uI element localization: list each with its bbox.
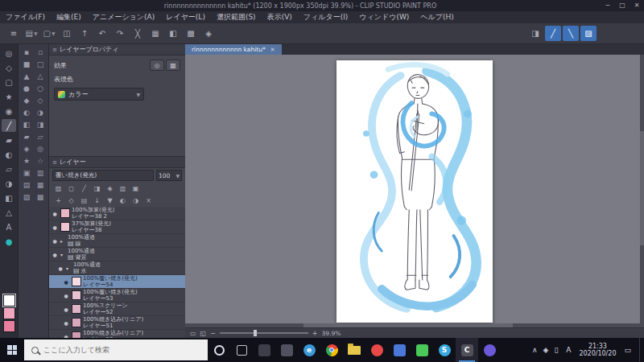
close-button[interactable]: ✕ [630, 0, 644, 11]
subtool-icon[interactable]: ◐ [20, 107, 33, 118]
airbrush-tool-icon[interactable]: ◐ [2, 148, 16, 161]
zoom-in-button[interactable]: + [312, 330, 318, 337]
layer-row[interactable]: ●100%焼き込み(リニア)レイヤー51 [49, 316, 185, 330]
tone-effect-icon[interactable]: ▩ [166, 60, 180, 71]
selection-tool-icon[interactable]: ▢ [2, 76, 16, 88]
sub-color-swatch-2[interactable] [3, 320, 15, 332]
subtool-icon[interactable]: ■ [20, 59, 33, 70]
subtool-icon[interactable]: ▫ [34, 47, 47, 58]
merge-with-lower-layer-icon[interactable]: ▼ [104, 195, 116, 206]
layer-color-icon[interactable]: ▣ [130, 183, 142, 194]
canvas[interactable] [336, 60, 493, 323]
photos-button[interactable] [388, 338, 411, 362]
new-canvas-icon[interactable]: ▢▼ [41, 26, 57, 41]
clip-to-layer-below-icon[interactable]: ◨ [91, 183, 103, 194]
eyedropper-tool-icon[interactable]: ◉ [2, 105, 16, 117]
hidden-icons-chevron[interactable]: ∧ [532, 346, 538, 354]
balloon-tool-icon[interactable]: ● [2, 235, 16, 248]
clip-studio-paint-button[interactable]: C [456, 338, 478, 362]
layer-row[interactable]: ●37%加算(発光)レイヤー38 [49, 220, 185, 234]
main-menu-icon[interactable]: ≡ [6, 26, 22, 41]
layer-visibility-toggle[interactable]: ● [62, 334, 70, 339]
subtool-icon[interactable]: ◈ [20, 143, 33, 154]
menu-item[interactable]: 編集(E) [51, 11, 87, 23]
minimize-button[interactable]: ─ [601, 0, 615, 11]
layer-visibility-toggle[interactable]: ● [51, 211, 59, 216]
workspace-icon[interactable]: ▤▼ [23, 26, 39, 41]
layer-opacity-field[interactable]: 100 ▼ [156, 170, 182, 181]
subtool-icon[interactable]: ▥ [34, 167, 47, 179]
mail-button[interactable] [253, 338, 275, 362]
subtool-icon[interactable]: ◑ [34, 107, 47, 118]
layer-row[interactable]: ●100%焼き込み(リニア)レイヤー50 [49, 330, 185, 338]
zoom-slider-thumb[interactable] [254, 330, 257, 336]
delete-layer-icon[interactable]: × [142, 195, 155, 206]
subtool-icon[interactable]: ▦ [34, 179, 47, 191]
transfer-to-lower-layer-icon[interactable]: ↓ [91, 195, 103, 206]
skype-button[interactable]: S [433, 338, 456, 362]
file-explorer-button[interactable] [343, 338, 365, 362]
document-tab[interactable]: rinnnnnnnnnnnn kahitu* ✕ [185, 44, 282, 55]
edge-button[interactable]: e [298, 338, 320, 362]
app-grid-button[interactable] [275, 338, 298, 362]
show-desktop-button[interactable] [639, 338, 642, 362]
layer-row[interactable]: ●▸100%通過▤線 [49, 234, 185, 248]
tone-icon[interactable]: ▩ [183, 26, 199, 41]
layer-row[interactable]: ●100%覆い焼き(発光)レイヤー53 [49, 289, 185, 302]
layer-row[interactable]: ●▾100%通過▤水 [49, 261, 185, 275]
ime-indicator[interactable]: A [564, 346, 573, 354]
action-center-icon[interactable]: ▭ [621, 346, 634, 354]
expression-color-dropdown[interactable]: カラー ▼ [54, 88, 144, 101]
firefox-button[interactable] [478, 338, 501, 362]
menu-item[interactable]: ファイル(F) [0, 11, 51, 23]
layer-visibility-toggle[interactable]: ● [51, 252, 59, 257]
auto-select-tool-icon[interactable]: ★ [2, 90, 16, 103]
subtool-icon[interactable]: □ [34, 59, 47, 70]
chrome-button[interactable] [320, 338, 343, 362]
subtool-icon[interactable]: ◇ [34, 95, 47, 106]
subtool-icon[interactable]: ★ [20, 155, 33, 167]
folder-expand-arrow[interactable]: ▸ [60, 238, 66, 244]
sub-color-swatch[interactable] [3, 307, 15, 319]
lock-transparent-pixels-icon[interactable]: ▨ [52, 183, 64, 194]
layer-visibility-toggle[interactable]: ● [62, 306, 70, 312]
zoom-tool-icon[interactable]: ◎ [2, 47, 16, 60]
layer-visibility-toggle[interactable]: ● [62, 293, 70, 298]
grid-icon[interactable]: ▦ [147, 26, 163, 41]
line-button[interactable] [411, 338, 433, 362]
taskbar-clock[interactable]: 21:33 2020/10/20 [579, 343, 616, 357]
fill-tool-icon[interactable]: ◧ [2, 191, 16, 204]
apply-mask-icon[interactable]: ◑ [130, 195, 142, 206]
vertical-scrollbar[interactable] [640, 55, 644, 327]
pen-tool-icon[interactable]: ╱ [2, 119, 16, 132]
correction-icon[interactable]: ◨ [527, 26, 543, 41]
save-icon[interactable]: ◫ [59, 26, 75, 41]
layer-row[interactable]: ●▾100%通過▤背景 [49, 248, 185, 261]
border-effect-icon[interactable]: ◎ [150, 60, 164, 71]
layer-visibility-toggle[interactable]: ● [51, 238, 59, 244]
maximize-button[interactable]: □ [615, 0, 630, 11]
taskbar-search[interactable] [24, 339, 208, 360]
new-vector-layer-icon[interactable]: ◇ [65, 195, 77, 206]
menu-item[interactable]: アニメーション(A) [87, 11, 160, 23]
subtool-icon[interactable]: ◧ [20, 119, 33, 130]
subtool-icon[interactable]: ▤ [20, 179, 33, 191]
snap-to-grid-icon[interactable]: ▨ [580, 26, 597, 41]
fill-icon[interactable]: ◧ [165, 26, 181, 41]
subtool-icon[interactable]: ○ [34, 83, 47, 94]
opera-button[interactable] [365, 338, 388, 362]
tray-volume-icon[interactable]: ▯ [554, 346, 558, 354]
menu-item[interactable]: 選択範囲(S) [211, 11, 262, 23]
delete-selection-icon[interactable]: ╳ [130, 26, 146, 41]
snap-to-special-ruler-icon[interactable]: ╲ [563, 26, 579, 41]
task-view-button[interactable] [230, 338, 253, 362]
layer-row[interactable]: ●100%覆い焼き(発光)レイヤー54 [49, 275, 185, 289]
search-input[interactable] [43, 346, 180, 354]
subtool-icon[interactable]: ▣ [20, 167, 33, 179]
menu-item[interactable]: ウィンドウ(W) [353, 11, 415, 23]
export-icon[interactable]: ↑ [76, 26, 93, 41]
panel-menu-icon[interactable]: ≡ [52, 159, 57, 166]
folder-expand-arrow[interactable]: ▾ [60, 252, 66, 257]
layer-visibility-toggle[interactable]: ● [51, 224, 59, 230]
material-icon[interactable]: ◈ [200, 26, 217, 41]
